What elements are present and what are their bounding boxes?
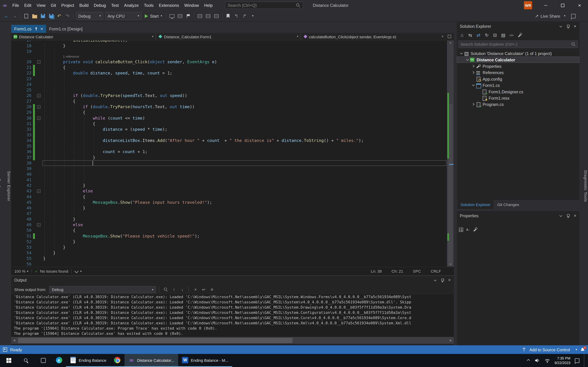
code-line-45[interactable]: 45 MessageBox.Show("Please input hours t… [11,200,447,205]
breakpoint-margin[interactable] [11,200,19,205]
issues-status[interactable]: No issues found [40,269,68,274]
chevron-down-icon[interactable] [465,58,469,62]
taskbar-app-word[interactable]: WEnding Balance - M... [178,354,232,367]
breakpoint-margin[interactable] [11,261,19,267]
breakpoint-margin[interactable] [11,183,19,188]
search-icon[interactable] [571,42,576,47]
breakpoint-margin[interactable] [11,194,19,200]
breakpoint-margin[interactable] [11,211,19,216]
background-tasks-icon[interactable] [3,348,7,352]
horizontal-scrollbar[interactable]: ◀ ▶ [11,337,454,344]
menu-analyze[interactable]: Analyze [121,3,141,8]
pin-icon[interactable] [566,214,570,218]
undo-button[interactable]: ↶ [55,12,63,20]
code-line-18[interactable]: 18 } [11,43,447,49]
menu-help[interactable]: Help [202,3,215,8]
close-icon[interactable]: × [574,24,576,29]
scroll-up-icon[interactable]: ▲ [447,40,454,45]
code-line-55[interactable]: 55} [11,256,447,261]
code-line-53[interactable]: 53 } [11,244,447,250]
start-debugging-button[interactable]: Start ▾ [142,14,164,18]
panel-tab-solution-explorer[interactable]: Solution Explorer [458,200,493,209]
breakpoint-margin[interactable] [11,126,19,132]
outlining-margin[interactable]: - [35,222,43,228]
code-editor[interactable]: 17 InitializeComponent();18 }191 referen… [11,40,454,267]
menu-window[interactable]: Window [182,3,202,8]
close-icon[interactable]: × [448,277,451,283]
code-line-41[interactable]: 41 [11,177,447,183]
menu-build[interactable]: Build [77,3,91,8]
code-cleanup-icon[interactable] [74,269,78,273]
show-desktop-button[interactable] [584,354,586,367]
live-share-button[interactable]: ↗ Live Share ▾ [535,13,565,18]
splitter[interactable] [454,22,457,345]
feedback-button[interactable] [569,12,578,20]
chevron-right-icon[interactable] [471,102,476,107]
code-line-38[interactable]: 38 [11,160,447,166]
outlining-margin[interactable]: - [35,188,43,194]
code-line-26[interactable]: 26- if (double.TryParse(speedTxt.Text, o… [11,93,447,98]
tab-form1-cs[interactable]: Form1.cs × [11,25,46,33]
breakpoint-margin[interactable] [11,115,19,121]
toggle-lines-button[interactable]: ≡ [209,286,216,293]
menu-view[interactable]: View [34,3,48,8]
breakpoint-margin[interactable] [11,93,19,98]
breakpoint-margin[interactable] [11,244,19,250]
breakpoint-margin[interactable] [11,217,19,222]
save-button[interactable] [39,12,47,20]
breakpoint-margin[interactable] [11,65,19,70]
breakpoint-margin[interactable] [11,233,19,239]
quick-search-input[interactable]: Search (Ctrl+Q) [225,1,303,9]
tree-item-form1-designer-cs[interactable]: Form1.Designer.cs [457,88,579,95]
diagnostic-tools-tab[interactable]: Diagnostic Tools [583,170,588,202]
code-line-29[interactable]: 29 { [11,110,447,115]
chevron-down-icon[interactable] [434,279,437,282]
find-message-button[interactable] [162,286,169,293]
comment-button[interactable] [196,12,204,20]
scroll-right-icon[interactable]: ▶ [448,337,454,344]
save-all-button[interactable] [47,12,55,20]
code-line-56[interactable]: 56 [11,261,447,267]
toolbox-tab[interactable]: Toolbox [0,179,1,193]
code-line-25[interactable]: 25 [11,87,447,93]
solution-search-input[interactable]: Search Solution Explorer (Ctrl+;) [458,40,578,48]
space-indicator[interactable]: SPC [413,269,421,274]
outlining-margin[interactable]: - [35,93,43,98]
panel-tab-git-changes[interactable]: Git Changes [494,200,522,209]
redo-button[interactable]: ↷ [63,12,72,20]
next-bookmark-button[interactable]: ↱ [241,12,249,20]
scrollbar-thumb[interactable] [18,338,293,343]
new-file-button[interactable] [22,12,30,20]
tree-item-references[interactable]: References [457,69,579,75]
breakpoint-margin[interactable] [11,110,19,115]
code-line-28[interactable]: 28- if (double.TryParse(hoursTxt.Text, o… [11,104,447,110]
collapse-region-icon[interactable]: - [37,223,40,226]
clear-all-button[interactable]: × [192,286,199,293]
code-line-36[interactable]: 36 count = count + 1; [11,149,447,155]
collapse-region-icon[interactable]: - [37,94,40,97]
previous-message-button[interactable]: ↑ [171,286,177,293]
code-line-46[interactable]: 46 } [11,205,447,211]
sync-with-active-document-button[interactable]: ⇄ [475,32,482,39]
code-line-24[interactable]: 24 [11,82,447,87]
chevron-down-icon[interactable] [560,214,562,217]
code-line-21[interactable]: 21 { [11,65,447,70]
menu-project[interactable]: Project [59,3,77,8]
zoom-dropdown[interactable]: 100 % [14,269,25,274]
tree-item-form1-resx[interactable]: Form1.resx [457,95,579,101]
home-button[interactable]: ⌂ [458,32,466,39]
code-line-42[interactable]: 42 } [11,183,447,188]
solution-platform-dropdown[interactable]: Any CPU▾ [105,12,141,20]
code-line-48[interactable]: 48 } [11,217,447,222]
maximize-button[interactable] [554,0,571,10]
columns-button[interactable] [176,12,184,20]
collapse-region-icon[interactable]: - [37,60,40,64]
breakpoint-margin[interactable] [11,49,19,54]
code-line-35[interactable]: 35 [11,143,447,149]
breakpoint-margin[interactable] [11,239,19,244]
breakpoint-margin[interactable] [11,76,19,82]
start-menu-button[interactable] [0,354,17,367]
line-indicator[interactable]: Ln: 38 [371,269,382,274]
collapse-region-icon[interactable]: - [37,105,40,108]
code-line-44[interactable]: 44 { [11,194,447,200]
